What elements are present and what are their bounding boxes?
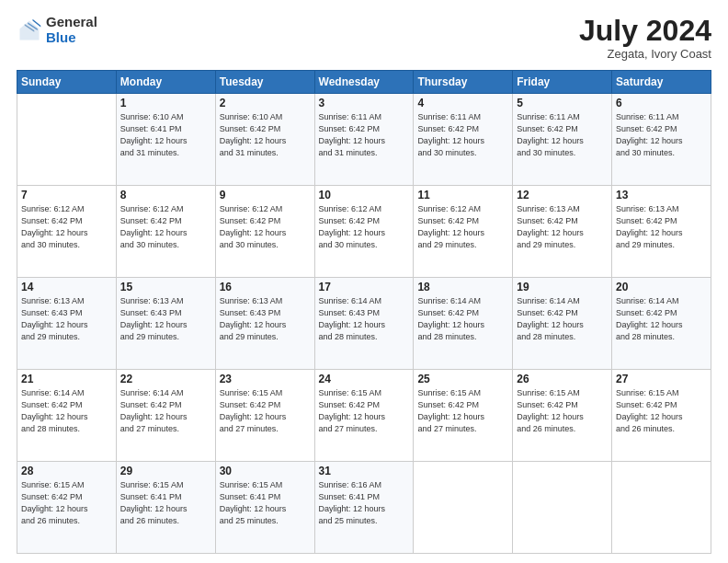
table-row: 9Sunrise: 6:12 AMSunset: 6:42 PMDaylight…	[215, 186, 314, 278]
day-info: Sunrise: 6:13 AMSunset: 6:43 PMDaylight:…	[120, 295, 211, 343]
header-sunday: Sunday	[17, 71, 117, 94]
calendar-week-row: 21Sunrise: 6:14 AMSunset: 6:42 PMDayligh…	[17, 370, 711, 462]
day-number: 5	[517, 97, 608, 109]
table-row: 24Sunrise: 6:15 AMSunset: 6:42 PMDayligh…	[314, 370, 414, 462]
day-info: Sunrise: 6:16 AMSunset: 6:41 PMDaylight:…	[319, 479, 410, 527]
day-info: Sunrise: 6:15 AMSunset: 6:42 PMDaylight:…	[220, 387, 311, 435]
day-number: 24	[319, 373, 410, 385]
header-saturday: Saturday	[612, 71, 711, 94]
day-number: 29	[120, 465, 211, 477]
day-info: Sunrise: 6:14 AMSunset: 6:42 PMDaylight:…	[21, 387, 112, 435]
day-number: 20	[616, 281, 707, 293]
location-subtitle: Zegata, Ivory Coast	[579, 47, 711, 61]
day-info: Sunrise: 6:13 AMSunset: 6:43 PMDaylight:…	[220, 295, 311, 343]
day-number: 30	[220, 465, 311, 477]
day-info: Sunrise: 6:11 AMSunset: 6:42 PMDaylight:…	[616, 111, 707, 159]
table-row: 8Sunrise: 6:12 AMSunset: 6:42 PMDaylight…	[116, 186, 215, 278]
day-number: 16	[220, 281, 311, 293]
table-row	[513, 462, 612, 554]
day-info: Sunrise: 6:10 AMSunset: 6:42 PMDaylight:…	[220, 111, 311, 159]
calendar-week-row: 7Sunrise: 6:12 AMSunset: 6:42 PMDaylight…	[17, 186, 711, 278]
day-number: 6	[616, 97, 707, 109]
table-row: 5Sunrise: 6:11 AMSunset: 6:42 PMDaylight…	[513, 94, 612, 186]
day-number: 12	[517, 189, 608, 201]
header-thursday: Thursday	[414, 71, 513, 94]
table-row: 29Sunrise: 6:15 AMSunset: 6:41 PMDayligh…	[116, 462, 215, 554]
table-row: 22Sunrise: 6:14 AMSunset: 6:42 PMDayligh…	[116, 370, 215, 462]
calendar-page: General Blue July 2024 Zegata, Ivory Coa…	[0, 0, 728, 563]
logo-blue: Blue	[46, 29, 76, 45]
day-info: Sunrise: 6:12 AMSunset: 6:42 PMDaylight:…	[21, 203, 112, 251]
day-info: Sunrise: 6:15 AMSunset: 6:41 PMDaylight:…	[220, 479, 311, 527]
day-number: 17	[319, 281, 410, 293]
logo-icon	[17, 17, 42, 43]
day-number: 23	[220, 373, 311, 385]
weekday-header-row: Sunday Monday Tuesday Wednesday Thursday…	[17, 71, 711, 94]
table-row: 4Sunrise: 6:11 AMSunset: 6:42 PMDaylight…	[414, 94, 513, 186]
calendar-week-row: 1Sunrise: 6:10 AMSunset: 6:41 PMDaylight…	[17, 94, 711, 186]
day-info: Sunrise: 6:15 AMSunset: 6:42 PMDaylight:…	[319, 387, 410, 435]
table-row: 12Sunrise: 6:13 AMSunset: 6:42 PMDayligh…	[513, 186, 612, 278]
day-info: Sunrise: 6:15 AMSunset: 6:42 PMDaylight:…	[417, 387, 508, 435]
calendar-week-row: 28Sunrise: 6:15 AMSunset: 6:42 PMDayligh…	[17, 462, 711, 554]
day-number: 21	[21, 373, 112, 385]
table-row: 30Sunrise: 6:15 AMSunset: 6:41 PMDayligh…	[215, 462, 314, 554]
month-title: July 2024	[579, 15, 711, 47]
calendar-table: Sunday Monday Tuesday Wednesday Thursday…	[17, 70, 711, 554]
day-number: 8	[120, 189, 211, 201]
header-monday: Monday	[116, 71, 215, 94]
day-info: Sunrise: 6:14 AMSunset: 6:42 PMDaylight:…	[517, 295, 608, 343]
day-info: Sunrise: 6:14 AMSunset: 6:42 PMDaylight:…	[120, 387, 211, 435]
table-row: 28Sunrise: 6:15 AMSunset: 6:42 PMDayligh…	[17, 462, 117, 554]
table-row	[17, 94, 117, 186]
table-row	[414, 462, 513, 554]
day-number: 25	[417, 373, 508, 385]
table-row: 1Sunrise: 6:10 AMSunset: 6:41 PMDaylight…	[116, 94, 215, 186]
day-number: 15	[120, 281, 211, 293]
day-number: 4	[417, 97, 508, 109]
day-info: Sunrise: 6:14 AMSunset: 6:42 PMDaylight:…	[417, 295, 508, 343]
day-number: 11	[417, 189, 508, 201]
table-row: 11Sunrise: 6:12 AMSunset: 6:42 PMDayligh…	[414, 186, 513, 278]
day-info: Sunrise: 6:11 AMSunset: 6:42 PMDaylight:…	[517, 111, 608, 159]
title-block: July 2024 Zegata, Ivory Coast	[579, 15, 711, 61]
day-number: 9	[220, 189, 311, 201]
header-tuesday: Tuesday	[215, 71, 314, 94]
day-number: 28	[21, 465, 112, 477]
header-wednesday: Wednesday	[314, 71, 414, 94]
day-info: Sunrise: 6:12 AMSunset: 6:42 PMDaylight:…	[417, 203, 508, 251]
day-info: Sunrise: 6:14 AMSunset: 6:42 PMDaylight:…	[616, 295, 707, 343]
day-info: Sunrise: 6:15 AMSunset: 6:42 PMDaylight:…	[616, 387, 707, 435]
day-info: Sunrise: 6:13 AMSunset: 6:43 PMDaylight:…	[21, 295, 112, 343]
day-number: 19	[517, 281, 608, 293]
table-row: 27Sunrise: 6:15 AMSunset: 6:42 PMDayligh…	[612, 370, 711, 462]
table-row: 7Sunrise: 6:12 AMSunset: 6:42 PMDaylight…	[17, 186, 117, 278]
day-number: 1	[120, 97, 211, 109]
table-row: 18Sunrise: 6:14 AMSunset: 6:42 PMDayligh…	[414, 278, 513, 370]
table-row: 21Sunrise: 6:14 AMSunset: 6:42 PMDayligh…	[17, 370, 117, 462]
table-row: 17Sunrise: 6:14 AMSunset: 6:43 PMDayligh…	[314, 278, 414, 370]
table-row: 10Sunrise: 6:12 AMSunset: 6:42 PMDayligh…	[314, 186, 414, 278]
logo: General Blue	[17, 15, 97, 45]
table-row: 13Sunrise: 6:13 AMSunset: 6:42 PMDayligh…	[612, 186, 711, 278]
day-number: 2	[220, 97, 311, 109]
day-number: 18	[417, 281, 508, 293]
day-info: Sunrise: 6:11 AMSunset: 6:42 PMDaylight:…	[417, 111, 508, 159]
table-row: 19Sunrise: 6:14 AMSunset: 6:42 PMDayligh…	[513, 278, 612, 370]
day-info: Sunrise: 6:14 AMSunset: 6:43 PMDaylight:…	[319, 295, 410, 343]
day-number: 31	[319, 465, 410, 477]
header: General Blue July 2024 Zegata, Ivory Coa…	[17, 15, 711, 61]
day-number: 7	[21, 189, 112, 201]
table-row: 20Sunrise: 6:14 AMSunset: 6:42 PMDayligh…	[612, 278, 711, 370]
day-info: Sunrise: 6:12 AMSunset: 6:42 PMDaylight:…	[220, 203, 311, 251]
table-row: 25Sunrise: 6:15 AMSunset: 6:42 PMDayligh…	[414, 370, 513, 462]
day-number: 3	[319, 97, 410, 109]
logo-text: General Blue	[46, 15, 97, 45]
day-info: Sunrise: 6:15 AMSunset: 6:42 PMDaylight:…	[21, 479, 112, 527]
day-number: 26	[517, 373, 608, 385]
day-info: Sunrise: 6:13 AMSunset: 6:42 PMDaylight:…	[517, 203, 608, 251]
logo-general: General	[46, 14, 97, 29]
day-number: 10	[319, 189, 410, 201]
day-info: Sunrise: 6:11 AMSunset: 6:42 PMDaylight:…	[319, 111, 410, 159]
day-info: Sunrise: 6:12 AMSunset: 6:42 PMDaylight:…	[319, 203, 410, 251]
